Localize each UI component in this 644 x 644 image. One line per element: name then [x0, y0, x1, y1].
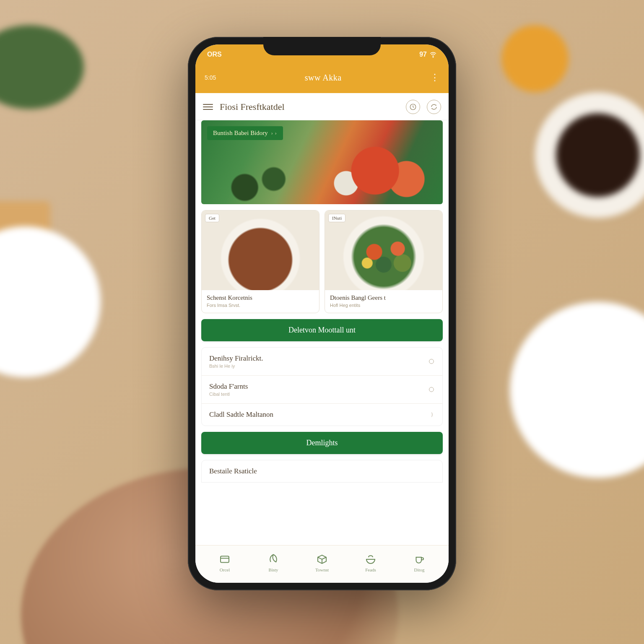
- nav-label: Bisty: [268, 567, 278, 572]
- nav-label: Townst: [315, 567, 329, 572]
- card-row: Get Schenst Korcetnis Fors Imsa Srvst. I…: [195, 210, 449, 319]
- nav-label: Ditog: [414, 567, 424, 572]
- svg-point-3: [429, 387, 434, 392]
- cards-icon: [218, 553, 231, 566]
- banner-chip-label: Buntish Babei Bidory: [213, 130, 268, 137]
- chevrons-right-icon: › ›: [271, 130, 277, 136]
- svg-rect-4: [221, 556, 229, 562]
- food-thumb-soup: Get: [202, 210, 319, 290]
- nav-label: Feads: [365, 567, 376, 572]
- food-card-soup[interactable]: Get Schenst Korcetnis Fors Imsa Srvst.: [201, 210, 319, 313]
- card-subtitle: Hofl Heg entits: [330, 303, 437, 308]
- card-chip: INuti: [328, 214, 345, 222]
- food-card-salad[interactable]: INuti Dtoenis Bangl Geers t Hofl Heg ent…: [325, 210, 443, 313]
- bowl-icon: [364, 553, 377, 566]
- list-item-title: Sdoda F'arnts: [209, 382, 248, 391]
- svg-point-2: [429, 359, 434, 364]
- card-chip: Get: [205, 214, 219, 222]
- nav-tab-1[interactable]: Orcel: [208, 553, 242, 572]
- menu-list: Denihsy Firalrickt. Bshi le He iy Sdoda …: [201, 347, 443, 426]
- cta-secondary[interactable]: Demlights: [201, 432, 443, 454]
- refresh-icon[interactable]: [427, 100, 441, 114]
- bg-coffee-liquid: [556, 113, 640, 197]
- nav-tab-4[interactable]: Feads: [354, 553, 387, 572]
- card-title: Schenst Korcetnis: [207, 294, 314, 301]
- section-header: Fiosi Fresftkatdel: [195, 93, 449, 120]
- card-title: Dtoenis Bangl Geers t: [330, 294, 437, 301]
- menu-icon[interactable]: [203, 104, 213, 110]
- status-number: 97: [419, 51, 427, 58]
- box-icon: [316, 553, 328, 566]
- bottom-nav: Orcel Bisty Townst Feads Ditog: [195, 545, 449, 583]
- list-item[interactable]: Cladl Sadtle Maltanon: [202, 404, 442, 426]
- list-item-subtitle: Bshi le He iy: [209, 364, 263, 369]
- bg-salad-right: [510, 302, 644, 478]
- status-carrier: ORS: [207, 51, 222, 58]
- phone-frame: ORS 97 5:05 sww Akka ⋮ Fiosi Fresftkatde…: [188, 37, 456, 590]
- section-title: Fiosi Fresftkatdel: [220, 101, 399, 112]
- bg-greens: [0, 25, 84, 109]
- content-scroll[interactable]: Buntish Babei Bidory › › Get Schenst Kor…: [195, 120, 449, 545]
- list-item-peek[interactable]: Bestaile Rsaticle: [201, 460, 443, 483]
- svg-point-0: [433, 57, 434, 57]
- cta-primary[interactable]: Deletvon Moottall unt: [201, 319, 443, 341]
- food-thumb-salad: INuti: [325, 210, 442, 290]
- list-item[interactable]: Denihsy Firalrickt. Bshi le He iy: [202, 348, 442, 376]
- status-time: 5:05: [205, 74, 216, 81]
- nav-tab-2[interactable]: Bisty: [257, 553, 290, 572]
- nav-tab-5[interactable]: Ditog: [402, 553, 436, 572]
- leaf-icon: [267, 553, 280, 566]
- cup-icon: [413, 553, 426, 566]
- phone-notch: [263, 37, 381, 55]
- overflow-menu-icon[interactable]: ⋮: [430, 72, 439, 83]
- nav-label: Orcel: [220, 567, 230, 572]
- card-subtitle: Fors Imsa Srvst.: [207, 303, 314, 308]
- app-title: sww Akka: [305, 73, 342, 83]
- app-bar: 5:05 sww Akka ⋮: [195, 65, 449, 93]
- bg-lemon: [501, 25, 569, 92]
- list-item-title: Denihsy Firalrickt.: [209, 354, 263, 363]
- bg-plate-left: [0, 226, 101, 377]
- wifi-icon: [429, 51, 437, 58]
- hero-banner[interactable]: Buntish Babei Bidory › ›: [201, 120, 443, 204]
- clock-icon[interactable]: [406, 100, 420, 114]
- list-item-title: Cladl Sadtle Maltanon: [209, 410, 273, 419]
- chevron-right-icon: [428, 386, 435, 393]
- list-item-subtitle: Cibal tentl: [209, 392, 248, 397]
- phone-screen: ORS 97 5:05 sww Akka ⋮ Fiosi Fresftkatde…: [195, 44, 449, 583]
- banner-chip[interactable]: Buntish Babei Bidory › ›: [207, 126, 283, 140]
- nav-tab-3[interactable]: Townst: [305, 553, 339, 572]
- list-item[interactable]: Sdoda F'arnts Cibal tentl: [202, 376, 442, 404]
- chevron-right-icon: [428, 411, 435, 418]
- chevron-right-icon: [428, 358, 435, 365]
